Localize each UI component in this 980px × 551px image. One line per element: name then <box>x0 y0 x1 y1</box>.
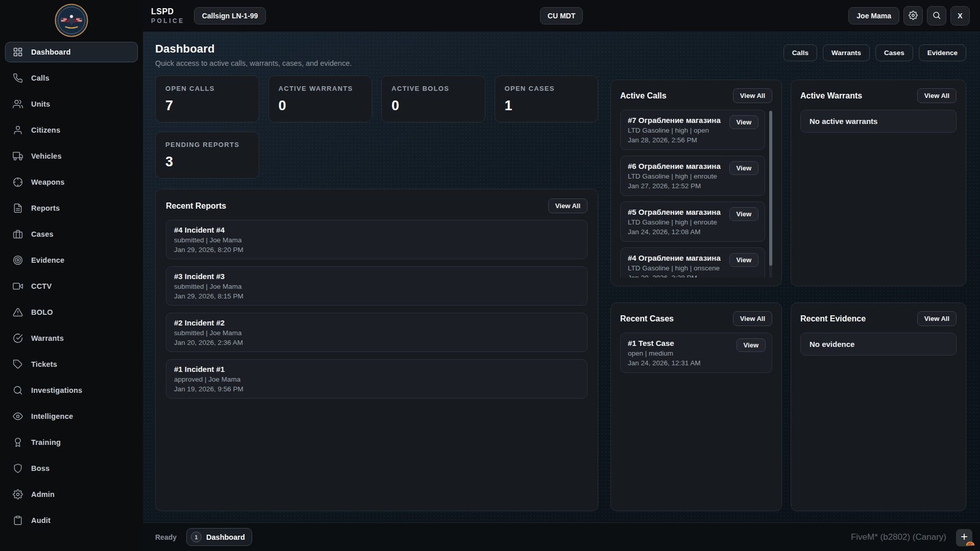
calls-scrollbar-thumb[interactable] <box>769 111 772 266</box>
grid-icon <box>13 47 23 57</box>
brand-org: LSPD <box>151 7 185 16</box>
quick-calls-button[interactable]: Calls <box>783 44 817 61</box>
target-icon <box>13 255 23 265</box>
user-button[interactable]: Joe Mama <box>848 7 899 24</box>
quick-evidence-button[interactable]: Evidence <box>919 44 966 61</box>
search-button[interactable] <box>927 6 946 26</box>
case-list-item[interactable]: #1 Test Case open | medium Jan 24, 2026,… <box>620 333 772 373</box>
sidebar-item-boss[interactable]: Boss <box>5 458 138 479</box>
recent-evidence-panel: Recent Evidence View All No evidence <box>791 303 966 511</box>
main-column: OPEN CALLS 7 ACTIVE WARRANTS 0 ACTIVE BO… <box>155 76 598 511</box>
search-icon <box>932 11 941 21</box>
stat-label: PENDING REPORTS <box>165 141 249 148</box>
stat-card-active-bolos: ACTIVE BOLOS 0 <box>381 76 485 122</box>
stat-label: OPEN CASES <box>505 85 589 92</box>
sidebar-item-citizens[interactable]: Citizens <box>5 120 138 140</box>
call-list-item[interactable]: #7 Ограбление магазина LTD Gasoline | hi… <box>620 110 765 150</box>
no-warrants-message: No active warrants <box>800 110 957 133</box>
sidebar-item-label: Audit <box>31 516 51 524</box>
sidebar-item-label: BOLO <box>31 308 53 316</box>
sidebar-item-label: Intelligence <box>31 412 73 420</box>
call-view-button[interactable]: View <box>729 115 758 129</box>
sidebar-item-tickets[interactable]: Tickets <box>5 354 138 374</box>
call-list-item[interactable]: #6 Ограбление магазина LTD Gasoline | hi… <box>620 156 765 196</box>
sidebar-item-label: Admin <box>31 490 55 498</box>
warrants-view-all-button[interactable]: View All <box>917 88 957 103</box>
sidebar-item-label: Evidence <box>31 256 64 264</box>
sidebar-item-cctv[interactable]: CCTV <box>5 276 138 296</box>
sidebar-item-label: Boss <box>31 464 50 472</box>
sidebar-item-warrants[interactable]: Warrants <box>5 328 138 348</box>
sidebar-item-units[interactable]: Units <box>5 94 138 114</box>
sidebar: Dashboard Calls Units Citizens Vehicles <box>0 0 143 551</box>
video-camera-icon <box>13 281 23 291</box>
stat-card-open-cases: OPEN CASES 1 <box>495 76 599 122</box>
calls-scrollbar[interactable] <box>769 111 772 278</box>
sidebar-item-admin[interactable]: Admin <box>5 484 138 505</box>
calls-view-all-button[interactable]: View All <box>733 88 772 103</box>
quick-cases-button[interactable]: Cases <box>875 44 913 61</box>
no-evidence-message: No evidence <box>800 333 957 356</box>
reports-view-all-button[interactable]: View All <box>548 198 587 213</box>
lspd-seal-icon <box>55 4 88 37</box>
sidebar-item-dashboard[interactable]: Dashboard <box>5 42 138 62</box>
page-title: Dashboard <box>155 42 352 56</box>
recent-cases-panel: Recent Cases View All #1 Test Case open … <box>610 303 782 511</box>
game-cursor: + <box>956 529 972 546</box>
report-list-item[interactable]: #4 Incident #4 submitted | Joe Mama Jan … <box>166 220 587 259</box>
sidebar-item-cases[interactable]: Cases <box>5 224 138 244</box>
check-circle-icon <box>13 333 23 343</box>
alert-triangle-icon <box>13 307 23 317</box>
topbar-right: Joe Mama X <box>848 6 970 26</box>
report-list-item[interactable]: #3 Incident #3 submitted | Joe Mama Jan … <box>166 266 587 306</box>
quick-warrants-button[interactable]: Warrants <box>823 44 870 61</box>
stat-label: ACTIVE WARRANTS <box>279 85 362 92</box>
tag-icon <box>13 359 23 369</box>
report-list-item[interactable]: #2 Incident #2 submitted | Joe Mama Jan … <box>166 313 587 352</box>
file-text-icon <box>13 203 23 213</box>
sidebar-item-training[interactable]: Training <box>5 432 138 453</box>
phone-icon <box>13 73 23 83</box>
settings-button[interactable] <box>903 6 923 26</box>
case-view-button[interactable]: View <box>737 338 766 352</box>
close-button[interactable]: X <box>950 6 970 26</box>
mdt-title-badge: CU MDT <box>540 7 583 24</box>
recent-reports-panel: Recent Reports View All #4 Incident #4 s… <box>155 189 598 511</box>
sidebar-item-weapons[interactable]: Weapons <box>5 172 138 192</box>
call-view-button[interactable]: View <box>729 207 758 221</box>
tab-dashboard[interactable]: 1 Dashboard <box>186 528 252 546</box>
taco-icon <box>965 538 975 548</box>
brand-sub: POLICE <box>151 17 185 24</box>
cases-view-all-button[interactable]: View All <box>733 311 772 326</box>
fivem-watermark: FiveM* (b2802) (Canary) <box>851 532 946 542</box>
lspd-seal-logo <box>0 0 143 42</box>
shield-icon <box>13 463 23 473</box>
sidebar-item-label: Reports <box>31 204 60 212</box>
sidebar-item-label: CCTV <box>31 282 52 290</box>
sidebar-item-bolo[interactable]: BOLO <box>5 302 138 322</box>
call-view-button[interactable]: View <box>729 161 758 175</box>
tab-label: Dashboard <box>206 533 245 541</box>
report-list-item[interactable]: #1 Incident #1 approved | Joe Mama Jan 1… <box>166 359 587 398</box>
call-list-item[interactable]: #5 Ограбление магазина LTD Gasoline | hi… <box>620 202 765 242</box>
tab-number-badge: 1 <box>191 532 202 542</box>
sidebar-nav: Dashboard Calls Units Citizens Vehicles <box>0 42 143 551</box>
stat-card-pending-reports: PENDING REPORTS 3 <box>155 132 259 179</box>
call-list-item[interactable]: #4 Ограбление магазина LTD Gasoline | hi… <box>620 247 765 278</box>
sidebar-item-intelligence[interactable]: Intelligence <box>5 406 138 427</box>
sidebar-item-label: Vehicles <box>31 152 62 160</box>
sidebar-item-calls[interactable]: Calls <box>5 68 138 88</box>
sidebar-item-evidence[interactable]: Evidence <box>5 250 138 270</box>
evidence-view-all-button[interactable]: View All <box>917 311 957 326</box>
sidebar-item-investigations[interactable]: Investigations <box>5 380 138 400</box>
stats-row: OPEN CALLS 7 ACTIVE WARRANTS 0 ACTIVE BO… <box>155 76 598 179</box>
truck-icon <box>13 151 23 161</box>
sidebar-item-label: Tickets <box>31 360 57 368</box>
call-view-button[interactable]: View <box>729 253 758 267</box>
sidebar-item-reports[interactable]: Reports <box>5 198 138 218</box>
sidebar-item-vehicles[interactable]: Vehicles <box>5 146 138 166</box>
callsign-badge[interactable]: Callsign LN-1-99 <box>194 7 266 24</box>
sidebar-item-label: Warrants <box>31 334 64 342</box>
stat-value: 0 <box>279 98 362 114</box>
sidebar-item-audit[interactable]: Audit <box>5 510 138 531</box>
